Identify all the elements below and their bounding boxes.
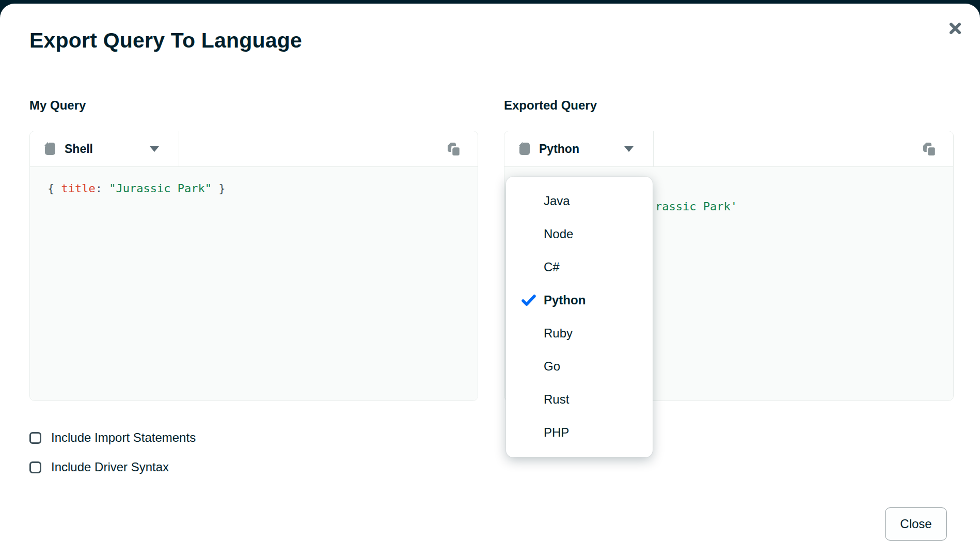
chevron-down-icon — [624, 146, 634, 152]
exported-query-label: Exported Query — [504, 98, 597, 113]
menu-item-node[interactable]: Node — [506, 218, 653, 251]
driver-syntax-checkbox[interactable] — [29, 461, 41, 473]
export-query-dialog: Export Query To Language My Query Export… — [0, 4, 980, 555]
input-language-selector[interactable]: Shell — [30, 131, 179, 166]
menu-item-label: Rust — [544, 392, 569, 407]
menu-item-label: Node — [544, 227, 573, 241]
language-dropdown-menu: Java Node C# Python Ruby Go Rust PHP — [506, 177, 653, 457]
document-icon — [44, 142, 56, 156]
menu-item-csharp[interactable]: C# — [506, 251, 653, 284]
menu-item-label: Ruby — [544, 326, 573, 341]
menu-item-java[interactable]: Java — [506, 184, 653, 218]
menu-item-label: Java — [544, 194, 570, 208]
exported-query-panel-header: Python — [504, 131, 953, 167]
import-statements-label: Include Import Statements — [51, 430, 196, 445]
menu-item-label: Go — [544, 359, 560, 374]
driver-syntax-label: Include Driver Syntax — [51, 460, 169, 474]
import-statements-checkbox[interactable] — [29, 432, 41, 444]
code-brace-close: } — [212, 182, 226, 195]
x-icon — [949, 22, 962, 35]
checkmark-icon — [521, 294, 536, 306]
menu-item-label: Python — [544, 293, 586, 307]
my-query-panel-header: Shell — [30, 131, 478, 167]
output-language-value: Python — [539, 142, 579, 156]
menu-item-rust[interactable]: Rust — [506, 383, 653, 416]
copy-icon — [922, 142, 937, 157]
my-query-panel: Shell { title: "Jurassic Park" } — [29, 131, 478, 401]
code-colon: : — [96, 182, 109, 195]
chevron-down-icon — [150, 146, 159, 152]
dialog-title: Export Query To Language — [29, 28, 302, 53]
output-language-selector[interactable]: Python — [504, 131, 654, 166]
my-query-editor[interactable]: { title: "Jurassic Park" } — [30, 167, 478, 400]
menu-item-ruby[interactable]: Ruby — [506, 317, 653, 350]
close-button[interactable]: Close — [885, 507, 947, 541]
menu-item-python[interactable]: Python — [506, 284, 653, 317]
copy-input-query-button[interactable] — [445, 140, 463, 159]
menu-item-go[interactable]: Go — [506, 350, 653, 383]
exported-code-fragment: rassic Park' — [655, 200, 737, 213]
menu-item-php[interactable]: PHP — [506, 416, 653, 449]
include-driver-syntax-option[interactable]: Include Driver Syntax — [29, 460, 169, 474]
copy-exported-query-button[interactable] — [920, 140, 939, 159]
my-query-label: My Query — [29, 98, 86, 113]
include-import-statements-option[interactable]: Include Import Statements — [29, 430, 196, 445]
menu-item-label: C# — [544, 260, 560, 274]
close-icon[interactable] — [946, 19, 965, 38]
copy-icon — [446, 142, 462, 157]
code-brace-open: { — [48, 182, 61, 195]
my-query-code: { title: "Jurassic Park" } — [48, 182, 225, 195]
input-language-value: Shell — [65, 142, 93, 156]
document-icon — [519, 142, 530, 156]
code-string: "Jurassic Park" — [109, 182, 212, 195]
code-key: title — [61, 182, 96, 195]
menu-item-label: PHP — [544, 425, 569, 440]
